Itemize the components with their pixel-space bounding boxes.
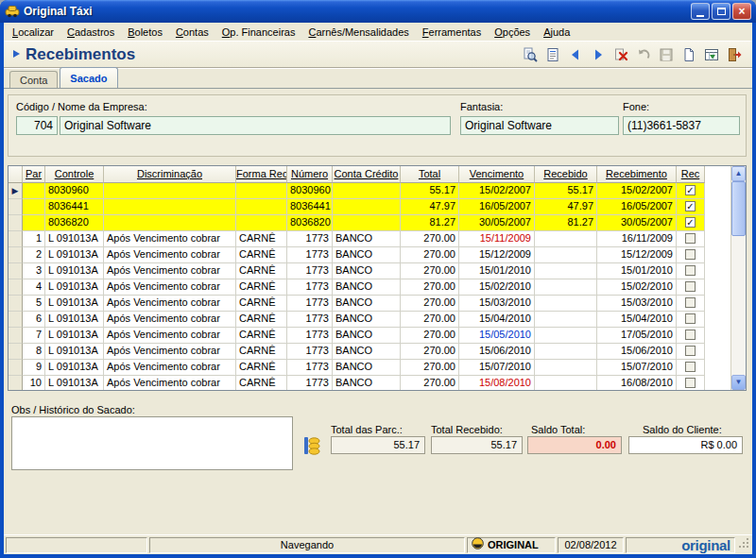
fantasia-field[interactable]: Original Software <box>460 116 619 135</box>
table-row[interactable]: 10L 091013AApós Vencimento cobrarCARNÊ17… <box>9 376 730 390</box>
cell-rec: ✓ <box>677 215 705 231</box>
grid-col-header-sel[interactable] <box>9 166 23 183</box>
delete-button[interactable] <box>610 44 631 65</box>
grid-col-header-recebimento[interactable]: Recebimento <box>597 166 677 183</box>
cell-recebido <box>535 312 597 328</box>
cell-venc: 15/02/2010 <box>459 279 535 296</box>
grid-col-header-label: Recebido <box>543 168 587 179</box>
menu-item-contas[interactable]: Contas <box>169 25 215 40</box>
table-row[interactable]: 1L 091013AApós Vencimento cobrarCARNÊ177… <box>9 231 730 247</box>
received-checkbox[interactable] <box>685 346 696 356</box>
previous-button[interactable] <box>565 44 586 65</box>
scroll-down-button[interactable]: ▼ <box>731 375 746 390</box>
grid-header-row: ParControleDiscriminaçãoForma Rec.Número… <box>9 166 730 183</box>
grid-col-header-par[interactable]: Par <box>23 166 45 183</box>
title-bar[interactable]: Original Táxi × <box>0 0 756 23</box>
cell-recebido <box>535 263 597 279</box>
grid-col-header-venc[interactable]: Vencimento <box>459 166 535 183</box>
received-checkbox[interactable]: ✓ <box>685 201 696 211</box>
received-checkbox[interactable] <box>685 281 696 292</box>
cell-recebimento: 15/04/2010 <box>597 312 677 328</box>
grid-col-header-disc[interactable]: Discriminação <box>104 166 236 183</box>
received-checkbox[interactable] <box>685 330 696 340</box>
grid-col-header-recebido[interactable]: Recebido <box>535 166 597 183</box>
original-brand-icon <box>472 537 484 553</box>
menu-item-op-financeiras[interactable]: Op. Financeiras <box>215 25 302 40</box>
grid-col-header-label: Rec <box>681 168 700 179</box>
cell-forma: CARNÊ <box>236 279 287 296</box>
menu-item-cadastros[interactable]: Cadastros <box>60 25 121 40</box>
previous-icon <box>568 47 583 62</box>
save-button[interactable] <box>656 44 677 65</box>
cell-total: 47.97 <box>401 199 459 215</box>
cell-forma: CARNÊ <box>236 344 287 360</box>
app-icon <box>5 4 20 19</box>
menu-item-localizar[interactable]: Localizar <box>6 25 60 40</box>
scroll-thumb[interactable] <box>731 181 746 236</box>
received-checkbox[interactable] <box>685 249 696 260</box>
grid-col-header-conta[interactable]: Conta Crédito <box>333 166 401 183</box>
minimize-button[interactable] <box>691 3 710 20</box>
table-row[interactable]: 3L 091013AApós Vencimento cobrarCARNÊ177… <box>9 263 730 279</box>
tab-sacado[interactable]: Sacado <box>60 67 117 88</box>
table-row[interactable]: 6L 091013AApós Vencimento cobrarCARNÊ177… <box>9 312 730 328</box>
tab-conta[interactable]: Conta <box>9 71 58 88</box>
menu-item-ferramentas[interactable]: Ferramentas <box>416 25 488 40</box>
table-row[interactable]: 8L 091013AApós Vencimento cobrarCARNÊ177… <box>9 344 730 360</box>
grid-inner: ParControleDiscriminaçãoForma Rec.Número… <box>9 166 730 390</box>
received-checkbox[interactable] <box>685 378 696 388</box>
process-button[interactable] <box>701 44 722 65</box>
received-checkbox[interactable] <box>685 265 696 276</box>
next-button[interactable] <box>588 44 609 65</box>
menu-item-opcoes[interactable]: Opções <box>488 25 537 40</box>
codigo-field[interactable]: 704 <box>16 116 58 135</box>
search-button[interactable] <box>520 44 541 65</box>
cell-rec <box>677 344 705 360</box>
vertical-scrollbar[interactable]: ▲ ▼ <box>730 166 746 390</box>
table-row[interactable]: 4L 091013AApós Vencimento cobrarCARNÊ177… <box>9 279 730 296</box>
received-checkbox[interactable] <box>685 313 696 324</box>
cell-venc: 15/12/2009 <box>459 247 535 263</box>
resize-grip[interactable] <box>738 537 750 551</box>
tab-strip: Conta Sacado <box>4 68 752 89</box>
cell-forma: CARNÊ <box>236 376 287 390</box>
brand-text: ORIGINAL <box>488 538 539 552</box>
scroll-up-button[interactable]: ▲ <box>731 166 746 181</box>
grid-col-header-rec[interactable]: Rec <box>677 166 705 183</box>
grid-col-header-total[interactable]: Total <box>401 166 459 183</box>
nome-empresa-field[interactable]: Original Software <box>60 116 451 135</box>
cell-conta: BANCO <box>333 231 401 247</box>
fone-field[interactable]: (11)3661-5837 <box>623 116 740 135</box>
new-button[interactable] <box>679 44 699 65</box>
table-row[interactable]: 9L 091013AApós Vencimento cobrarCARNÊ177… <box>9 360 730 376</box>
table-row[interactable]: 7L 091013AApós Vencimento cobrarCARNÊ177… <box>9 328 730 344</box>
maximize-button[interactable] <box>712 3 730 20</box>
menu-item-boletos[interactable]: Boletos <box>121 25 169 40</box>
table-row[interactable]: 5L 091013AApós Vencimento cobrarCARNÊ177… <box>9 296 730 312</box>
grid-col-header-controle[interactable]: Controle <box>45 166 104 183</box>
obs-textarea[interactable] <box>11 416 293 470</box>
table-row[interactable]: 2L 091013AApós Vencimento cobrarCARNÊ177… <box>9 247 730 263</box>
grid-col-header-numero[interactable]: Número <box>287 166 333 183</box>
table-row[interactable]: ▶8030960803096055.1715/02/200755.1715/02… <box>9 183 730 199</box>
received-checkbox[interactable] <box>685 362 696 372</box>
received-checkbox[interactable]: ✓ <box>685 185 696 195</box>
menu-item-carnes-mensalidades[interactable]: Carnês/Mensalidades <box>301 25 415 40</box>
received-checkbox[interactable]: ✓ <box>685 217 696 228</box>
received-checkbox[interactable] <box>685 297 696 308</box>
grid-col-header-label: Conta Crédito <box>335 168 399 179</box>
menu-item-ajuda[interactable]: Ajuda <box>537 25 576 40</box>
grid-col-header-label: Vencimento <box>470 168 524 179</box>
table-row[interactable]: 8036441803644147.9716/05/200747.9716/05/… <box>9 199 730 215</box>
grid-col-header-forma[interactable]: Forma Rec. <box>236 166 287 183</box>
report-button[interactable] <box>542 44 563 65</box>
exit-button[interactable] <box>724 44 745 65</box>
undo-button[interactable] <box>633 44 654 65</box>
cell-par: 8 <box>23 344 45 360</box>
cell-venc: 15/05/2010 <box>459 328 535 344</box>
table-row[interactable]: 8036820803682081.2730/05/200781.2730/05/… <box>9 215 730 231</box>
received-checkbox[interactable] <box>685 233 696 244</box>
close-button[interactable]: × <box>732 3 751 20</box>
cell-numero: 1773 <box>287 247 333 263</box>
grid-col-header-label: Total <box>419 168 440 179</box>
